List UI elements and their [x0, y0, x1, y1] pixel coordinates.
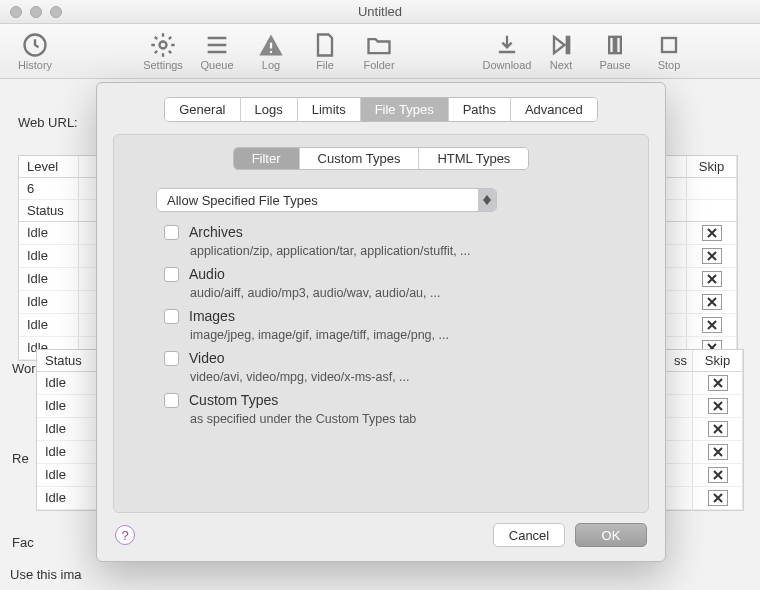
- skip-button[interactable]: [702, 225, 722, 241]
- col-ss: ss: [663, 350, 693, 371]
- col-skip-2: Skip: [693, 350, 743, 371]
- svg-point-1: [160, 42, 167, 49]
- col-skip: Skip: [687, 156, 737, 177]
- queue-icon: [203, 31, 231, 59]
- sub-tabs: Filter Custom Types HTML Types: [233, 147, 530, 170]
- toolbar: History Settings Queue Log File Folder: [0, 24, 760, 79]
- category-audio: Audio audio/aiff, audio/mp3, audio/wav, …: [164, 266, 626, 300]
- custom-types-checkbox[interactable]: [164, 393, 179, 408]
- archives-desc: application/zip, application/tar, applic…: [190, 244, 626, 258]
- log-button[interactable]: Log: [246, 31, 296, 71]
- file-icon: [311, 31, 339, 59]
- window-title: Untitled: [0, 4, 760, 19]
- settings-label: Settings: [143, 59, 183, 71]
- audio-checkbox[interactable]: [164, 267, 179, 282]
- stop-label: Stop: [658, 59, 681, 71]
- skip-button[interactable]: [708, 444, 728, 460]
- tab-general[interactable]: General: [165, 98, 240, 121]
- tab-advanced[interactable]: Advanced: [511, 98, 597, 121]
- titlebar: Untitled: [0, 0, 760, 24]
- audio-desc: audio/aiff, audio/mp3, audio/wav, audio/…: [190, 286, 626, 300]
- tab-paths[interactable]: Paths: [449, 98, 511, 121]
- next-label: Next: [550, 59, 573, 71]
- queue-label: Queue: [200, 59, 233, 71]
- col-status: Status: [19, 200, 79, 221]
- category-archives: Archives application/zip, application/ta…: [164, 224, 626, 258]
- queue-button[interactable]: Queue: [192, 31, 242, 71]
- category-custom-types: Custom Types as specified under the Cust…: [164, 392, 626, 426]
- warning-icon: [257, 31, 285, 59]
- video-title: Video: [189, 350, 225, 366]
- download-button[interactable]: Download: [482, 31, 532, 71]
- bottom-text: Use this ima: [10, 567, 82, 582]
- tab-content: Filter Custom Types HTML Types Allow Spe…: [113, 134, 649, 513]
- dialog-footer: ? Cancel OK: [97, 523, 665, 561]
- images-checkbox[interactable]: [164, 309, 179, 324]
- history-label: History: [18, 59, 52, 71]
- chevron-updown-icon: [478, 189, 496, 211]
- gear-icon: [149, 31, 177, 59]
- filter-mode-value: Allow Specified File Types: [157, 193, 328, 208]
- images-desc: image/jpeg, image/gif, image/tiff, image…: [190, 328, 626, 342]
- pause-label: Pause: [599, 59, 630, 71]
- images-title: Images: [189, 308, 235, 324]
- history-icon: [21, 31, 49, 59]
- skip-button[interactable]: [708, 490, 728, 506]
- folder-label: Folder: [363, 59, 394, 71]
- download-label: Download: [483, 59, 532, 71]
- svg-point-2: [270, 51, 272, 53]
- download-icon: [493, 31, 521, 59]
- subtab-filter[interactable]: Filter: [234, 148, 300, 169]
- archives-title: Archives: [189, 224, 243, 240]
- settings-button[interactable]: Settings: [138, 31, 188, 71]
- tab-logs[interactable]: Logs: [241, 98, 298, 121]
- category-video: Video video/avi, video/mpg, video/x-ms-a…: [164, 350, 626, 384]
- category-list: Archives application/zip, application/ta…: [164, 224, 626, 426]
- svg-rect-5: [662, 38, 676, 52]
- help-button[interactable]: ?: [115, 525, 135, 545]
- file-button[interactable]: File: [300, 31, 350, 71]
- main-tabs: General Logs Limits File Types Paths Adv…: [164, 97, 598, 122]
- skip-button[interactable]: [702, 294, 722, 310]
- video-checkbox[interactable]: [164, 351, 179, 366]
- history-button[interactable]: History: [10, 31, 60, 71]
- stop-icon: [655, 31, 683, 59]
- svg-rect-4: [616, 37, 621, 53]
- tab-limits[interactable]: Limits: [298, 98, 361, 121]
- pause-button[interactable]: Pause: [590, 31, 640, 71]
- skip-button[interactable]: [702, 271, 722, 287]
- bg-re-label: Re: [12, 451, 29, 466]
- col-status-2: Status: [37, 350, 97, 371]
- col-level: Level: [19, 156, 79, 177]
- bg-fac-label: Fac: [12, 535, 34, 550]
- skip-button[interactable]: [702, 317, 722, 333]
- level-value: 6: [19, 178, 79, 199]
- subtab-custom-types[interactable]: Custom Types: [300, 148, 420, 169]
- bg-wor-label: Wor: [12, 361, 36, 376]
- folder-button[interactable]: Folder: [354, 31, 404, 71]
- audio-title: Audio: [189, 266, 225, 282]
- skip-button[interactable]: [708, 467, 728, 483]
- skip-button[interactable]: [708, 375, 728, 391]
- skip-button[interactable]: [702, 248, 722, 264]
- category-images: Images image/jpeg, image/gif, image/tiff…: [164, 308, 626, 342]
- next-button[interactable]: Next: [536, 31, 586, 71]
- pause-icon: [601, 31, 629, 59]
- svg-rect-3: [609, 37, 614, 53]
- video-desc: video/avi, video/mpg, video/x-ms-asf, ..…: [190, 370, 626, 384]
- file-label: File: [316, 59, 334, 71]
- stop-button[interactable]: Stop: [644, 31, 694, 71]
- next-icon: [547, 31, 575, 59]
- subtab-html-types[interactable]: HTML Types: [419, 148, 528, 169]
- folder-icon: [365, 31, 393, 59]
- custom-types-desc: as specified under the Custom Types tab: [190, 412, 626, 426]
- skip-button[interactable]: [708, 398, 728, 414]
- settings-dialog: General Logs Limits File Types Paths Adv…: [96, 82, 666, 562]
- cancel-button[interactable]: Cancel: [493, 523, 565, 547]
- ok-button[interactable]: OK: [575, 523, 647, 547]
- log-label: Log: [262, 59, 280, 71]
- archives-checkbox[interactable]: [164, 225, 179, 240]
- filter-mode-select[interactable]: Allow Specified File Types: [156, 188, 497, 212]
- tab-file-types[interactable]: File Types: [361, 98, 449, 121]
- skip-button[interactable]: [708, 421, 728, 437]
